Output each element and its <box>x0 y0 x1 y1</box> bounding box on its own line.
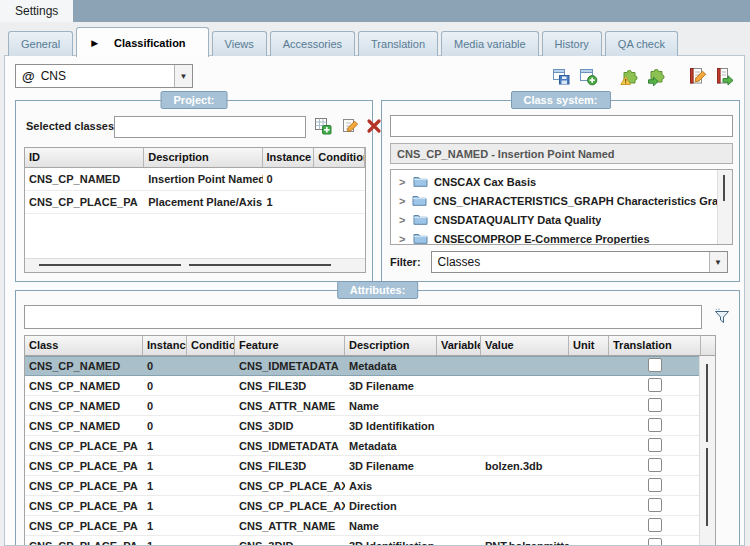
cell-instance: 1 <box>143 520 187 532</box>
horizontal-scrollbar[interactable] <box>25 258 365 272</box>
selected-classes-input[interactable] <box>114 116 306 138</box>
cell-feature: CNS_FILE3D <box>235 380 345 392</box>
column-header[interactable]: Condition <box>187 336 235 355</box>
attributes-group: Attributes: ClassInstanceConditionFeatur… <box>15 290 740 546</box>
cell-translation <box>609 538 701 546</box>
save-view-icon[interactable] <box>551 66 571 86</box>
scrollbar-thumb[interactable] <box>706 448 708 526</box>
project-table-row[interactable]: CNS_CP_PLACE_PAPlacement Plane/Axis1 <box>25 191 365 214</box>
translation-checkbox[interactable] <box>648 518 662 532</box>
translation-checkbox[interactable] <box>648 398 662 412</box>
tree-item[interactable]: >CNSECOMPROP E-Commerce Properties <box>391 229 718 245</box>
cell-class: CNS_CP_NAMED <box>25 420 143 432</box>
cell-translation <box>609 398 701 414</box>
component-add-icon[interactable] <box>646 66 666 86</box>
translation-checkbox[interactable] <box>648 498 662 512</box>
attribute-table-row[interactable]: CNS_CP_PLACE_PA1CNS_IDMETADATAMetadata <box>25 436 715 456</box>
project-table-row[interactable]: CNS_CP_NAMEDInsertion Point Named0 <box>25 168 365 191</box>
edit-class-icon[interactable] <box>341 117 359 137</box>
attribute-table-row[interactable]: CNS_CP_NAMED0CNS_IDMETADATAMetadata <box>25 356 715 376</box>
attributes-filter-input[interactable] <box>24 305 702 329</box>
column-header[interactable]: Value <box>481 336 569 355</box>
attribute-table-row[interactable]: CNS_CP_PLACE_PA1CNS_CP_PLACE_AXI...Direc… <box>25 496 715 516</box>
tab-qa-check[interactable]: QA check <box>605 31 678 56</box>
class-search-input[interactable] <box>390 115 733 137</box>
cell-description: Name <box>345 520 437 532</box>
tab-accessories[interactable]: Accessories <box>270 31 355 56</box>
column-header[interactable]: Description <box>144 148 262 167</box>
window-title-tab[interactable]: Settings <box>0 0 73 22</box>
cell-description: Metadata <box>345 440 437 452</box>
tree-item[interactable]: >CNSCAX Cax Basis <box>391 172 718 191</box>
add-class-icon[interactable] <box>314 117 332 137</box>
tree-item[interactable]: >CNS_CHARACTERISTICS_GRAPH Characteristi… <box>391 191 718 210</box>
tab-label: Views <box>225 38 254 50</box>
vertical-scrollbar[interactable] <box>717 170 732 244</box>
filter-combo-dropdown-button[interactable]: ▼ <box>709 252 727 272</box>
scrollbar-thumb[interactable] <box>706 364 708 442</box>
cell-description: 3D Filename <box>345 380 437 392</box>
tree-item[interactable]: >CNSDATAQUALITY Data Quality <box>391 210 718 229</box>
cell-instance: 0 <box>263 173 315 185</box>
cell-instance: 1 <box>143 540 187 546</box>
tree-list: >CNSCAX Cax Basis>CNS_CHARACTERISTICS_GR… <box>391 172 718 245</box>
scrollbar-thumb[interactable] <box>723 175 725 201</box>
translation-checkbox[interactable] <box>648 418 662 432</box>
column-header[interactable]: Feature <box>235 336 345 355</box>
column-header[interactable]: Instance <box>263 148 315 167</box>
tab-label: QA check <box>618 38 665 50</box>
class-selector-combo[interactable]: @ CNS ▼ <box>15 64 193 88</box>
vertical-scrollbar[interactable] <box>699 356 715 546</box>
attribute-table-row[interactable]: CNS_CP_PLACE_PA1CNS_3DID3D Identifikatio… <box>25 536 715 546</box>
translation-checkbox[interactable] <box>648 358 662 372</box>
attribute-table-row[interactable]: CNS_CP_PLACE_PA1CNS_ATTR_NAMEName <box>25 516 715 536</box>
attributes-table-header: ClassInstanceConditionFeatureDescription… <box>25 336 715 356</box>
cell-feature: CNS_FILE3D <box>235 460 345 472</box>
funnel-filter-icon[interactable] <box>713 307 732 328</box>
expander-icon[interactable]: > <box>399 214 413 226</box>
column-header[interactable]: ID <box>25 148 144 167</box>
cell-class: CNS_CP_PLACE_PA <box>25 440 143 452</box>
expander-icon[interactable]: > <box>399 195 412 207</box>
attribute-table-row[interactable]: CNS_CP_NAMED0CNS_3DID3D Identifikation <box>25 416 715 436</box>
delete-class-icon[interactable] <box>366 118 382 136</box>
column-header[interactable]: Class <box>25 336 143 355</box>
attribute-table-row[interactable]: CNS_CP_NAMED0CNS_ATTR_NAMEName <box>25 396 715 416</box>
cell-instance: 0 <box>143 420 187 432</box>
column-header[interactable]: Condition <box>314 148 365 167</box>
tree-item-label: CNS_CHARACTERISTICS_GRAPH Characteristic… <box>433 195 718 207</box>
journal-edit-icon[interactable] <box>687 66 707 86</box>
tab-views[interactable]: Views <box>212 31 267 56</box>
translation-checkbox[interactable] <box>648 478 662 492</box>
component-warning-icon[interactable] <box>619 66 639 86</box>
column-header[interactable]: Description <box>345 336 437 355</box>
tab-media-variable[interactable]: Media variable <box>441 31 539 56</box>
translation-checkbox[interactable] <box>648 438 662 452</box>
column-header[interactable]: Instance <box>143 336 187 355</box>
scrollbar-thumb[interactable] <box>39 264 181 266</box>
column-header[interactable]: Unit <box>569 336 609 355</box>
cell-description: 3D Filename <box>345 460 437 472</box>
filter-label: Filter: <box>390 256 421 268</box>
journal-export-icon[interactable] <box>714 66 734 86</box>
scrollbar-thumb[interactable] <box>189 264 331 266</box>
class-selector-dropdown-button[interactable]: ▼ <box>174 65 192 87</box>
project-table-header: IDDescriptionInstanceCondition <box>25 148 365 168</box>
column-header[interactable]: Translation <box>609 336 701 355</box>
expander-icon[interactable]: > <box>399 176 413 188</box>
attribute-table-row[interactable]: CNS_CP_PLACE_PA1CNS_CP_PLACE_AXI...Axis <box>25 476 715 496</box>
attribute-table-row[interactable]: CNS_CP_PLACE_PA1CNS_FILE3D3D Filenamebol… <box>25 456 715 476</box>
translation-checkbox[interactable] <box>648 538 662 546</box>
expander-icon[interactable]: > <box>399 233 413 245</box>
filter-combo[interactable]: Classes ▼ <box>431 251 728 273</box>
translation-checkbox[interactable] <box>648 458 662 472</box>
tab-translation[interactable]: Translation <box>358 31 438 56</box>
tab-history[interactable]: History <box>542 31 602 56</box>
add-view-icon[interactable] <box>578 66 598 86</box>
column-header[interactable]: Variable <box>437 336 481 355</box>
attribute-table-row[interactable]: CNS_CP_NAMED0CNS_FILE3D3D Filename <box>25 376 715 396</box>
translation-checkbox[interactable] <box>648 378 662 392</box>
tab-classification[interactable]: ▶Classification <box>76 27 208 57</box>
tab-general[interactable]: General <box>8 31 73 56</box>
class-system-group-label: Class system: <box>511 91 611 109</box>
